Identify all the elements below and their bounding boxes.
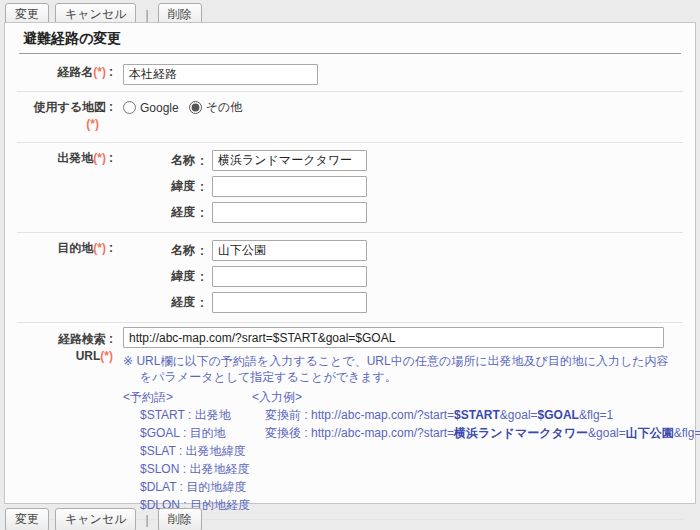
map-google-label[interactable]: Google — [140, 101, 179, 115]
reserved-word-item: $START : 出発地 — [123, 406, 252, 424]
reserved-word-item: $DLAT : 目的地緯度 — [123, 478, 252, 496]
start-longitude-label: 経度 — [123, 204, 195, 221]
reserved-word-item: $SLAT : 出発地緯度 — [123, 442, 252, 460]
example-after: 変換後 : http://abc-map.com/?start=横浜ランドマーク… — [252, 424, 700, 442]
start-longitude-input[interactable] — [212, 202, 367, 223]
map-other-label[interactable]: その他 — [206, 99, 243, 116]
start-place-label: 出発地(*): — [17, 150, 113, 228]
example-before: 変換前 : http://abc-map.com/?start=$START&g… — [252, 406, 700, 424]
goal-latitude-label: 緯度 — [123, 268, 195, 285]
reserved-word-item: $GOAL : 目的地 — [123, 424, 252, 442]
url-note: ※ URL欄に以下の予約語を入力することで、URL中の任意の場所に出発地及び目的… — [123, 353, 679, 385]
start-name-label: 名称 — [123, 152, 195, 169]
change-button-bottom[interactable]: 変更 — [5, 508, 49, 530]
route-name-input[interactable] — [123, 64, 318, 85]
goal-latitude-input[interactable] — [212, 266, 367, 287]
delete-button-bottom[interactable]: 削除 — [158, 508, 202, 530]
reserved-words-header: <予約語> — [123, 388, 252, 406]
route-name-label: 経路名(*): — [17, 64, 113, 85]
goal-longitude-label: 経度 — [123, 294, 195, 311]
goal-name-input[interactable] — [212, 240, 367, 261]
start-name-input[interactable] — [212, 150, 367, 171]
start-latitude-input[interactable] — [212, 176, 367, 197]
search-url-label: 経路検索: URL(*) — [17, 327, 113, 514]
map-other-radio[interactable] — [189, 101, 202, 114]
map-google-radio[interactable] — [123, 101, 136, 114]
reserved-words-list: <予約語> $START : 出発地 $GOAL : 目的地 $SLAT : 出… — [123, 388, 252, 514]
goal-place-label: 目的地(*): — [17, 240, 113, 318]
toolbar-separator: | — [142, 8, 151, 22]
goal-name-label: 名称 — [123, 242, 195, 259]
cancel-button-bottom[interactable]: キャンセル — [55, 508, 136, 530]
goal-place-row: 目的地(*): 名称: 緯度: 経度: — [17, 233, 683, 323]
page-title: 避難経路の変更 — [19, 30, 681, 54]
goal-longitude-input[interactable] — [212, 292, 367, 313]
map-type-row: 使用する地図: (*) Google その他 — [17, 92, 683, 143]
search-url-input[interactable] — [123, 327, 664, 348]
search-url-row: 経路検索: URL(*) ※ URL欄に以下の予約語を入力することで、URL中の… — [17, 323, 683, 520]
toolbar-separator: | — [142, 513, 151, 527]
route-name-row: 経路名(*): — [17, 54, 683, 92]
input-examples-header: <入力例> — [252, 388, 700, 406]
bottom-toolbar: 変更 キャンセル | 削除 — [5, 508, 202, 530]
reserved-word-item: $SLON : 出発地経度 — [123, 460, 252, 478]
input-examples-list: <入力例> 変換前 : http://abc-map.com/?start=$S… — [252, 388, 700, 514]
map-type-label: 使用する地図: (*) — [17, 99, 113, 133]
start-place-row: 出発地(*): 名称: 緯度: 経度: — [17, 143, 683, 233]
start-latitude-label: 緯度 — [123, 178, 195, 195]
edit-route-panel: 避難経路の変更 経路名(*): 使用する地図: (*) Google その他 出… — [4, 22, 696, 504]
